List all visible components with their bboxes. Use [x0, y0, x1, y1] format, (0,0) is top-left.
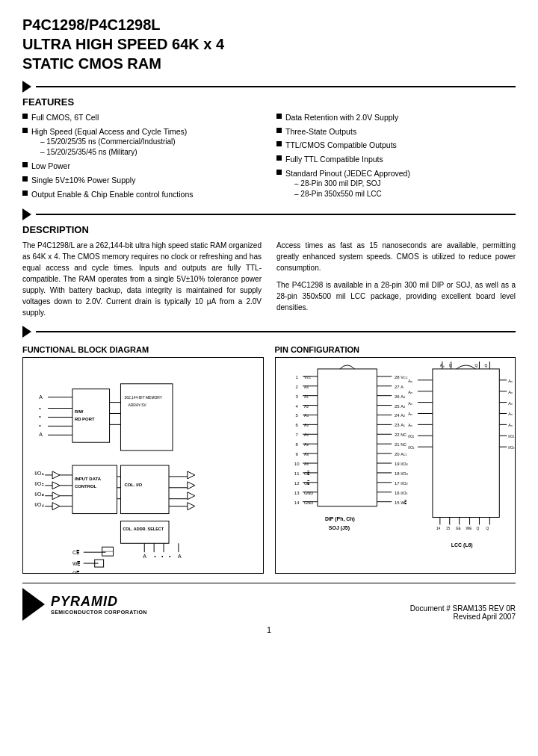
feature-text: High Speed (Equal Access and Cycle Times…: [31, 126, 187, 137]
divider-line: [36, 214, 516, 215]
svg-text:•: •: [161, 554, 164, 560]
feature-item: Single 5V±10% Power Supply: [22, 175, 262, 186]
svg-text:I/O3: I/O3: [401, 471, 408, 476]
svg-text:A9: A9: [304, 462, 309, 466]
title-line2: ULTRA HIGH SPEED 64K x 4: [22, 36, 224, 52]
bullet-icon: [22, 114, 28, 119]
svg-text:R/W: R/W: [75, 410, 84, 415]
document-number: Document # SRAM135 REV 0R: [410, 604, 516, 613]
pin-config-diagram: 1 2 3 4 5 6 7 8 9 10 11 12 13 14 VCC A0 …: [275, 357, 516, 574]
feature-text: Single 5V±10% Power Supply: [31, 175, 135, 186]
svg-marker-25: [52, 492, 60, 500]
svg-text:18: 18: [394, 471, 399, 476]
functional-block-title: FUNCTIONAL BLOCK DIAGRAM: [22, 345, 264, 354]
svg-text:8: 8: [295, 443, 298, 447]
svg-text:I/O₁: I/O₁: [34, 471, 43, 476]
features-container: Full CMOS, 6T Cell High Speed (Equal Acc…: [22, 112, 516, 202]
svg-text:14: 14: [294, 501, 299, 505]
svg-marker-44: [188, 482, 195, 489]
svg-text:OE̅: OE̅: [72, 571, 80, 573]
svg-text:262,144-BIT MEMORY: 262,144-BIT MEMORY: [124, 396, 162, 400]
feature-item: Three-State Outputs: [276, 126, 516, 137]
diagrams-divider: [22, 326, 516, 338]
description-col1: The P4C1298/L are a 262,144-bit ultra hi…: [22, 240, 262, 318]
functional-block-diagram: A • • • A R/W RD PORT 262,144-BIT MEMORY…: [22, 357, 264, 574]
svg-marker-46: [188, 503, 195, 510]
svg-text:A: A: [401, 385, 404, 389]
svg-text:Am: Am: [408, 424, 412, 428]
svg-text:GND: GND: [304, 501, 313, 505]
svg-text:I/O₄: I/O₄: [34, 502, 43, 507]
svg-text:A5: A5: [304, 433, 309, 438]
feature-text: Three-State Outputs: [285, 126, 356, 137]
footer: PYRAMID SEMICONDUCTOR CORPORATION Docume…: [22, 583, 516, 621]
functional-block-svg: A • • • A R/W RD PORT 262,144-BIT MEMORY…: [23, 358, 263, 573]
logo-text: PYRAMID SEMICONDUCTOR CORPORATION: [51, 594, 147, 615]
logo-triangle-icon: [22, 588, 45, 621]
svg-text:NC: NC: [401, 443, 406, 447]
svg-text:I/O1: I/O1: [401, 491, 408, 495]
svg-text:A11: A11: [401, 453, 407, 457]
feature-item: Low Power: [22, 161, 262, 172]
svg-text:A8: A8: [304, 453, 309, 457]
svg-text:GND: GND: [304, 491, 313, 495]
svg-text:Q: Q: [484, 364, 487, 368]
svg-text:WE: WE: [466, 527, 472, 531]
svg-text:GE: GE: [455, 527, 461, 531]
svg-text:A0: A0: [304, 385, 309, 389]
bottom-section: FUNCTIONAL BLOCK DIAGRAM A • • • A R/W R…: [22, 345, 516, 574]
description-divider: [22, 208, 516, 220]
svg-text:Am: Am: [508, 413, 513, 417]
svg-text:Q: Q: [486, 527, 489, 531]
svg-text:A: A: [143, 554, 146, 560]
svg-text:RD PORT: RD PORT: [75, 418, 95, 422]
divider-line: [36, 331, 516, 332]
svg-text:DIP (Ph, Ch): DIP (Ph, Ch): [324, 517, 354, 523]
svg-text:A1: A1: [401, 424, 406, 428]
svg-text:Am: Am: [508, 391, 513, 394]
page-number: 1: [22, 625, 516, 634]
svg-text:LCC (L6): LCC (L6): [451, 543, 472, 549]
svg-text:A3: A3: [304, 414, 309, 418]
arrow-icon: [22, 81, 31, 93]
svg-text:Am: Am: [408, 379, 412, 383]
svg-rect-10: [72, 389, 110, 443]
pin-config-col: PIN CONFIGURATION: [275, 345, 516, 574]
svg-text:23: 23: [394, 424, 399, 428]
bullet-icon: [276, 141, 282, 146]
svg-text:7: 7: [295, 433, 297, 438]
svg-text:27: 27: [394, 385, 399, 389]
feature-text: Full CMOS, 6T Cell: [31, 112, 99, 123]
svg-text:A4: A4: [401, 394, 406, 399]
bullet-icon: [22, 128, 28, 133]
svg-text:I/O2: I/O2: [508, 447, 515, 450]
svg-rect-31: [72, 465, 117, 514]
svg-text:•: •: [169, 554, 171, 560]
svg-text:I/O2: I/O2: [401, 481, 408, 486]
svg-text:A: A: [39, 433, 43, 438]
svg-text:•: •: [154, 554, 156, 560]
svg-text:Ad: Ad: [439, 364, 444, 368]
revised-date: Revised April 2007: [410, 613, 516, 621]
svg-rect-13: [120, 384, 173, 450]
svg-marker-26: [52, 503, 60, 510]
feature-item: Standard Pinout (JEDEC Approved) – 28-Pi…: [276, 168, 516, 200]
svg-text:I/O1: I/O1: [508, 436, 515, 439]
svg-rect-70: [317, 369, 376, 506]
svg-text:26: 26: [394, 394, 399, 399]
svg-text:CE̅: CE̅: [72, 551, 80, 556]
svg-text:A6: A6: [304, 443, 309, 447]
svg-text:COL. I/O: COL. I/O: [124, 483, 142, 487]
svg-text:SOJ (J5): SOJ (J5): [328, 526, 349, 532]
svg-text:16: 16: [394, 491, 399, 495]
svg-rect-38: [120, 465, 169, 514]
svg-text:Am: Am: [408, 391, 412, 394]
svg-text:I/O₂: I/O₂: [34, 481, 43, 486]
logo-area: PYRAMID SEMICONDUCTOR CORPORATION: [22, 588, 147, 621]
svg-text:INPUT DATA: INPUT DATA: [75, 477, 102, 481]
title-block: P4C1298/P4C1298L ULTRA HIGH SPEED 64K x …: [22, 15, 516, 73]
svg-text:14: 14: [436, 527, 440, 531]
svg-text:3: 3: [295, 394, 298, 399]
features-col1: Full CMOS, 6T Cell High Speed (Equal Acc…: [22, 112, 262, 202]
svg-marker-24: [52, 482, 60, 489]
